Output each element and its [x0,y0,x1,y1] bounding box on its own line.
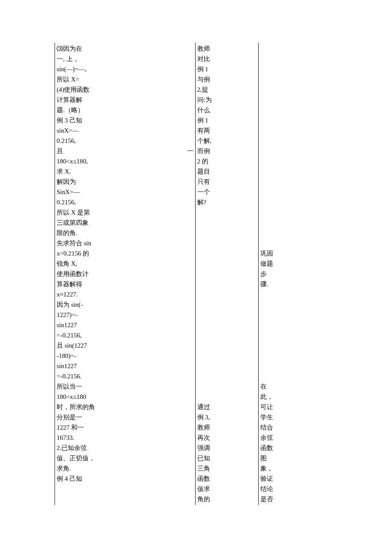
text-line: 求 X. [57,166,193,177]
text-line: 结论 [260,484,314,494]
text-line [197,218,257,228]
text-line: 对比 [197,54,257,64]
text-line: 所以 X= [57,74,193,84]
text-line: 步 [260,269,314,279]
text-line: sinX=— [57,125,193,136]
text-line: 0.2156, [57,136,193,146]
text-line [260,177,314,187]
text-line [197,289,257,299]
text-line: 且 一 [57,146,193,156]
text-line: 且 sin(1227 [57,340,193,351]
text-line: sin1227 [57,361,193,371]
text-line [260,228,314,238]
text-line: 例 3, [197,412,257,422]
text-line [260,146,314,156]
text-line [260,320,314,330]
text-line: 时，所求的角 [57,402,193,412]
text-line: 验证 [260,474,314,484]
text-line [197,320,257,330]
text-line: -180)=- [57,351,193,361]
text-line [260,166,314,177]
text-line: 值、正切值， [57,453,193,463]
text-line: ⑶因为在 [57,44,193,54]
text-line: 教师 [197,422,257,433]
text-line: 算器解得 [57,279,193,289]
text-line: 例 3 己知 [57,115,193,125]
text-line [260,218,314,228]
text-line [260,289,314,299]
text-line: 可让 [260,402,314,412]
text-line [197,259,257,269]
text-line [260,105,314,115]
text-line: sin(—)=—, [57,64,193,74]
text-line: 通过 [197,402,257,412]
text-left: 且 [57,146,63,156]
text-line [260,207,314,218]
text-line [260,44,314,54]
text-line [197,310,257,320]
text-line: 此， [260,392,314,402]
text-line: 分别是一 [57,412,193,422]
text-line [197,269,257,279]
text-line: 函数 [197,474,257,484]
text-line: 使用函数计 [57,269,193,279]
text-line: 做题 [260,259,314,269]
text-line: 1227)=- [57,310,193,320]
text-line: (4)使用函数 [57,84,193,95]
text-line [197,279,257,289]
text-line: 已知 [197,453,257,463]
text-line: 与例 [197,74,257,84]
text-line: 图 [260,453,314,463]
text-line: 2 的 [197,156,257,166]
text-line [197,238,257,248]
text-line: 1227 和一 [57,422,193,433]
text-line: 什么 [197,105,257,115]
text-line [197,207,257,218]
text-line [260,95,314,105]
text-line: 骤. [260,279,314,289]
text-line: 16733. [57,433,193,443]
text-line [260,125,314,136]
text-line: 题目 [197,166,257,177]
text-line [197,228,257,238]
text-line: x≈1227. [57,289,193,299]
text-line [260,361,314,371]
text-line: 求角. [57,463,193,474]
text-line: 计算器解 [57,95,193,105]
text-line: 余弦 [260,433,314,443]
text-line: 角的 [197,494,257,504]
text-line [260,330,314,340]
text-right: 一 [187,146,193,156]
text-line: SinX=— [57,187,193,197]
text-line: =-0.2156, [57,330,193,340]
text-line [260,54,314,64]
text-line: 巩固 [260,248,314,259]
text-line [197,330,257,340]
text-line [260,74,314,84]
text-line [260,299,314,310]
text-line: 只有 [197,177,257,187]
text-line: 函数 [260,443,314,453]
text-line: 解因为 [57,177,193,187]
column-2: 教师 对比 例 1 与例 2,提 问:为 什么 例 1 有两 个解, 而例 2 … [195,43,258,505]
text-line: 象， [260,463,314,474]
text-line [260,340,314,351]
text-line: 三角 [197,463,257,474]
text-line [260,136,314,146]
text-line: =-0.2156. [57,371,193,381]
text-line: x=0.2156 的 [57,248,193,259]
text-line: 个解, [197,136,257,146]
text-line [260,238,314,248]
text-line: 结合 [260,422,314,433]
text-line [260,64,314,74]
text-line: 一, 上， [57,54,193,64]
text-line: 先求符合 sin [57,238,193,248]
text-line: 所以当一 [57,381,193,392]
text-line: 所以 X 是第 [57,207,193,218]
text-line [260,187,314,197]
table-row: ⑶因为在 一, 上， sin(—)=—, 所以 X= (4)使用函数 计算器解 … [55,43,316,505]
text-line [260,115,314,125]
text-line [197,248,257,259]
text-line: 锐角 X, [57,259,193,269]
text-line: 例 1 [197,64,257,74]
